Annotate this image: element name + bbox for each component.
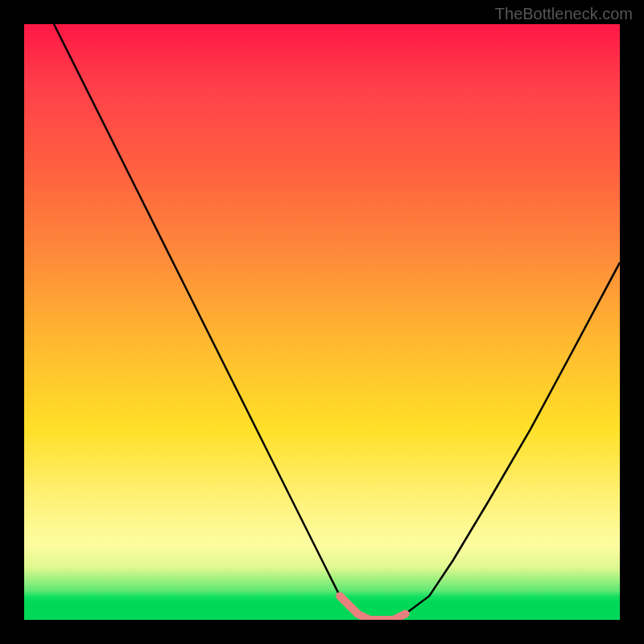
minimum-marker xyxy=(340,596,405,620)
curve-layer xyxy=(24,24,620,620)
bottleneck-curve xyxy=(54,24,620,620)
chart-container xyxy=(24,24,620,620)
watermark-text: TheBottleneck.com xyxy=(495,5,633,23)
